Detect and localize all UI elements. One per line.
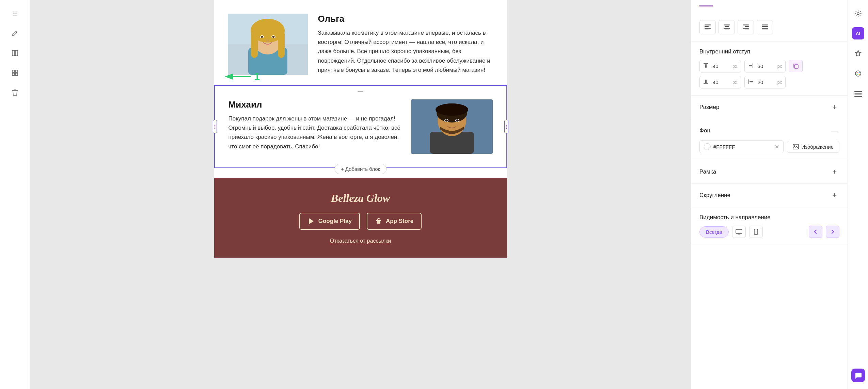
svg-rect-77 xyxy=(854,94,862,95)
olga-review-content: Ольга Заказывала косметику в этом магази… xyxy=(318,14,493,75)
size-add-btn[interactable]: + xyxy=(830,102,839,112)
always-tag[interactable]: Всегда xyxy=(699,226,729,238)
rounding-add-btn[interactable]: + xyxy=(830,191,839,200)
svg-rect-55 xyxy=(762,30,768,30)
block-minimize-btn[interactable]: — xyxy=(356,88,365,94)
border-section: Рамка + xyxy=(691,160,848,184)
sparkle-icon-btn[interactable] xyxy=(851,46,865,60)
alignment-buttons xyxy=(699,20,839,34)
bg-image-btn[interactable]: Изображение xyxy=(787,141,840,153)
palette-icon-btn[interactable] xyxy=(851,67,865,80)
mikhail-photo xyxy=(411,99,493,154)
list-icon-btn[interactable] xyxy=(851,87,865,101)
align-right-btn[interactable] xyxy=(738,20,754,34)
svg-rect-60 xyxy=(794,65,798,68)
right-drag-handle[interactable] xyxy=(504,120,508,133)
svg-rect-48 xyxy=(743,25,749,26)
next-btn[interactable] xyxy=(826,226,839,238)
mikhail-text: Покупал подарок для жены в этом магазине… xyxy=(228,114,401,151)
add-block-btn[interactable]: + Добавить блок xyxy=(334,164,386,174)
bg-minus-btn[interactable]: — xyxy=(830,126,839,135)
align-center-btn[interactable] xyxy=(719,20,735,34)
settings-icon-btn[interactable] xyxy=(851,7,865,20)
align-left-btn[interactable] xyxy=(699,20,716,34)
border-header: Рамка + xyxy=(699,167,839,177)
svg-rect-40 xyxy=(705,25,711,26)
padding-left-input[interactable] xyxy=(758,79,775,85)
border-add-btn[interactable]: + xyxy=(830,167,839,177)
svg-rect-19 xyxy=(278,31,285,58)
svg-rect-11 xyxy=(15,73,18,76)
svg-rect-52 xyxy=(762,25,768,26)
google-play-btn[interactable]: Google Play xyxy=(299,213,360,230)
svg-rect-42 xyxy=(705,28,711,29)
annotation-one: 1 xyxy=(222,71,260,82)
desktop-view-btn[interactable] xyxy=(732,226,746,238)
columns-tool[interactable] xyxy=(8,46,22,60)
left-drag-handle[interactable] xyxy=(213,120,217,133)
size-title: Размер xyxy=(699,104,719,111)
footer-buttons: Google Play App Store xyxy=(235,213,487,230)
footer-block: Belleza Glow Google Play App Store Отказ… xyxy=(214,178,507,258)
svg-point-25 xyxy=(214,127,215,128)
padding-copy-btn[interactable] xyxy=(789,60,803,72)
svg-rect-6 xyxy=(12,50,15,56)
svg-rect-43 xyxy=(705,30,709,30)
panel-accent-line xyxy=(699,5,713,6)
padding-bottom-input[interactable] xyxy=(713,79,730,85)
bg-image-label: Изображение xyxy=(802,144,834,150)
svg-point-73 xyxy=(858,72,859,73)
svg-rect-56 xyxy=(704,63,708,64)
background-section: Фон — #FFFFFF ✕ Изображение xyxy=(691,119,848,160)
padding-right-field: px xyxy=(744,60,786,72)
olga-text: Заказывала косметику в этом магазине впе… xyxy=(318,28,493,75)
trash-tool[interactable] xyxy=(8,86,22,99)
padding-right-icon xyxy=(748,63,755,69)
svg-rect-47 xyxy=(725,30,729,30)
svg-rect-8 xyxy=(12,70,15,72)
svg-point-70 xyxy=(857,13,859,15)
svg-point-26 xyxy=(214,128,215,129)
svg-rect-61 xyxy=(704,83,708,84)
svg-point-39 xyxy=(456,119,459,122)
mobile-view-btn[interactable] xyxy=(749,226,763,238)
edit-tool[interactable] xyxy=(8,27,22,40)
ai-badge-btn[interactable]: AI xyxy=(852,27,864,39)
svg-rect-41 xyxy=(705,26,709,27)
size-header: Размер + xyxy=(699,102,839,112)
annotation-number-1: 1 xyxy=(254,71,260,82)
svg-rect-57 xyxy=(705,64,707,68)
svg-rect-58 xyxy=(753,63,753,68)
svg-rect-67 xyxy=(736,229,742,233)
svg-point-28 xyxy=(506,127,507,128)
svg-rect-64 xyxy=(749,81,753,82)
visibility-section: Видимость и направление Всегда xyxy=(691,207,848,245)
right-panel: Внутренний отступ px xyxy=(691,0,848,389)
unsubscribe-link[interactable]: Отказаться от рассылки xyxy=(235,238,487,244)
left-toolbar xyxy=(0,0,30,389)
size-section: Размер + xyxy=(691,96,848,119)
padding-top-icon xyxy=(703,63,710,69)
bg-color-clear-btn[interactable]: ✕ xyxy=(775,144,779,150)
chat-icon-btn[interactable] xyxy=(851,369,865,382)
mikhail-name: Михаил xyxy=(228,99,401,110)
svg-point-5 xyxy=(15,15,16,16)
grid-tool[interactable] xyxy=(8,66,22,80)
svg-rect-63 xyxy=(748,79,749,84)
padding-bottom-unit: px xyxy=(732,80,737,85)
bg-header: Фон — xyxy=(699,126,839,135)
align-justify-btn[interactable] xyxy=(757,20,773,34)
prev-btn[interactable] xyxy=(809,226,822,238)
bg-color-field[interactable]: #FFFFFF ✕ xyxy=(699,140,784,153)
bg-row: #FFFFFF ✕ Изображение xyxy=(699,140,839,153)
svg-point-2 xyxy=(13,13,14,14)
padding-top-input[interactable] xyxy=(713,63,730,69)
padding-bottom-field: px xyxy=(699,76,741,88)
padding-right-input[interactable] xyxy=(758,63,775,69)
svg-point-29 xyxy=(506,128,507,129)
svg-rect-49 xyxy=(745,26,749,27)
drag-handle-tool[interactable] xyxy=(8,7,22,20)
svg-point-27 xyxy=(506,125,507,126)
bg-color-swatch xyxy=(704,143,711,150)
app-store-btn[interactable]: App Store xyxy=(367,213,422,230)
